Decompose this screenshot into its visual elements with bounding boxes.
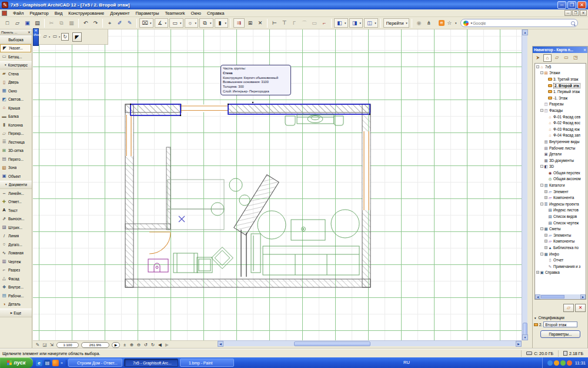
view-layout-dropdown-2[interactable]: ◨▾ [349,18,363,28]
navigator-close-icon[interactable]: ✕ [583,48,586,52]
expand-toggle-icon[interactable]: - [540,253,543,256]
toolbox-item[interactable]: Деталь [0,300,32,309]
zoom-out-icon[interactable]: ⊖ [135,342,142,348]
expand-toggle-icon[interactable] [544,90,547,93]
view-layout-dropdown-1[interactable]: ◧▾ [334,18,348,28]
expand-toggle-icon[interactable] [540,159,543,162]
expand-toggle-icon[interactable]: + [544,240,547,243]
zoom-percent-field[interactable]: 261.9% [81,342,109,348]
vertical-scroll-thumb[interactable] [523,323,527,336]
new-folder-button[interactable]: ▱ [563,304,574,312]
toolbox-item[interactable]: Линейн... [0,189,32,198]
bathroom-fixtures[interactable] [148,259,168,272]
stairs[interactable] [234,175,279,277]
publisher-icon[interactable]: ◉ [415,19,423,28]
expand-toggle-icon[interactable]: + [544,234,547,237]
expand-toggle-icon[interactable] [544,97,547,100]
expand-toggle-icon[interactable] [544,128,547,131]
zone-stamp[interactable] [179,216,185,222]
toolbox-item[interactable]: Рабочи... [0,291,32,300]
adjust-icon[interactable]: ⊤ [280,19,289,28]
toolbox-item[interactable]: Выборка [0,35,32,44]
open-file-icon[interactable]: ▱ [13,19,22,28]
expand-toggle-icon[interactable]: + [536,271,539,274]
stamp-icon[interactable]: ⌐ [320,19,329,28]
quick-launch-overflow-icon[interactable]: » [61,361,63,365]
expand-toggle-icon[interactable]: + [544,196,547,199]
expand-toggle-icon[interactable] [544,78,547,81]
pen-icon[interactable]: ✎ [125,19,134,28]
toolbox-item[interactable]: Окно [0,87,32,95]
navigator-tree-item[interactable]: + Справка [535,270,586,276]
search-magnifier-icon[interactable] [571,21,575,25]
tray-hide-icons-icon[interactable] [547,360,553,366]
expand-toggle-icon[interactable]: - [536,65,539,68]
tree-scroll-right-icon[interactable]: ▶ [580,294,586,299]
resize-icon[interactable]: ▭ [310,19,319,28]
navigator-tree-item[interactable]: Детали [535,151,586,157]
menu-item[interactable]: Параметры [132,11,162,16]
navigator-tree-item[interactable]: Отчет [535,257,586,263]
expand-toggle-icon[interactable] [544,208,547,211]
project-map-icon[interactable]: ⌂ [543,54,552,62]
floor-plan-canvas[interactable]: Часть группы: Стена Конструкция: Кирпич … [33,29,522,340]
cut-icon[interactable]: ✂ [47,19,56,28]
close-button[interactable]: ✕ [577,1,586,9]
tree-scroll-left-icon[interactable]: ◀ [535,294,540,299]
navigator-header[interactable]: Навигатор - Карта п... ✕ [533,47,587,53]
navigator-tree-item[interactable]: 3D-документы [535,157,586,164]
fit-in-window-icon[interactable]: ⇲ [48,342,55,348]
navigator-tree[interactable]: - 7x5 - Этажи 3. Третий этаж [534,63,586,300]
minimize-button[interactable]: ─ [557,1,566,9]
expand-toggle-icon[interactable] [540,147,543,150]
print-icon[interactable]: ▤ [33,19,42,28]
expand-toggle-icon[interactable]: - [540,165,543,168]
tray-app-icon-1[interactable] [554,360,559,366]
expand-toggle-icon[interactable] [544,171,547,174]
toolbox-item[interactable]: Крыша [0,104,32,112]
expand-toggle-icon[interactable] [544,121,547,124]
toolbox-item[interactable]: Стена [0,69,32,78]
windows[interactable] [126,104,370,210]
navigator-tree-item[interactable]: Общая аксоном [535,176,586,183]
google-logo-icon[interactable] [463,21,469,26]
navigator-tree-item[interactable]: Разрезы [535,101,586,108]
navigator-tree-item[interactable]: 2. Второй эта [535,82,586,89]
suspend-groups-dropdown[interactable]: ⌧▾ [139,18,153,28]
wall-options-dropdown[interactable]: ▭▾ [169,18,183,28]
undo-icon[interactable]: ↶ [81,19,90,28]
info-panel-tab[interactable]: ✕ Инф [33,28,39,46]
trim-icon[interactable]: ⊢ [270,19,279,28]
toolbox-item[interactable]: Балка [0,112,32,121]
toolbox-item[interactable]: Дуга/о... [0,240,32,249]
navigator-tree-item[interactable]: + Библиотека по [535,244,586,251]
toolbox-item[interactable]: 3D-сетка [0,147,32,155]
taskbar-window-button[interactable]: 1.bmp - Paint [180,359,234,367]
info-tab-close-icon[interactable]: ✕ [34,29,38,33]
toolbox-item[interactable]: Дверь [0,78,32,87]
layers-dropdown[interactable]: ⧉▾ [199,18,213,28]
taskbar-window-button[interactable]: 7x5 - Graphisoft Arc... [124,359,178,367]
navigator-tree-item[interactable]: - 7x5 [535,64,586,70]
expand-toggle-icon[interactable] [544,258,547,261]
walkthrough-icon[interactable]: ⋔ [425,19,433,28]
start-button[interactable]: пуск [0,357,33,368]
scroll-down-icon[interactable]: ▼ [522,334,528,340]
menu-item[interactable]: Конструирование [65,11,107,16]
tray-app-icon-3[interactable] [567,360,572,366]
navigator-tree-item[interactable]: 1. Первый этаж [535,88,586,95]
scroll-left-icon[interactable]: ◀ [218,341,223,347]
navigator-tree-item[interactable]: - Фасады [535,107,586,114]
navigator-tree-item[interactable]: Индекс листов [535,207,586,214]
project-chooser-icon[interactable]: ⮞ [534,54,542,62]
measure-dropdown[interactable]: ∡▾ [155,18,169,28]
navigator-tree-item[interactable]: + Компонента [535,194,586,201]
cabinets[interactable] [168,180,224,230]
tray-app-icon-2[interactable] [560,360,566,366]
toolbox-item[interactable]: Документи [0,181,32,190]
quick-launch-app-icon[interactable]: ▤ [44,360,51,366]
copy-icon[interactable]: ⧉ [57,19,66,28]
navigator-tree-item[interactable]: - Сметы [535,226,586,232]
expand-toggle-icon[interactable] [544,221,547,224]
previous-zoom-icon[interactable]: ◀ [156,342,163,348]
